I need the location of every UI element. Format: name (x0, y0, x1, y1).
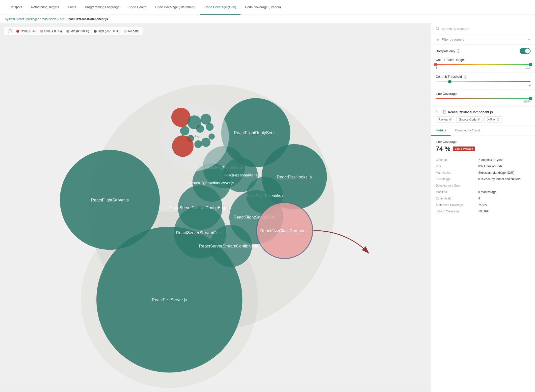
coverage-value-row: 74 % Low coverage (436, 145, 531, 153)
code-health-slider-track (436, 64, 531, 65)
bubble-18[interactable] (196, 125, 204, 133)
code-health-range-label: Code Health Range (436, 58, 531, 62)
metric-value: 7 commits / 1 year (478, 157, 531, 163)
bubble-22[interactable] (201, 138, 211, 147)
metrics-row: Modified0 months ago (436, 189, 531, 195)
metrics-row: Code Health4 (436, 195, 531, 202)
legend-low: Low (< 80 %) (40, 29, 62, 33)
metric-value: 4 (478, 195, 531, 202)
file-path: / ReactFizzClassComponent.js (436, 110, 531, 114)
legend-dot-low (40, 30, 43, 33)
bubble-label-0: ReactFizzServer.js (152, 297, 187, 302)
external-link-icon-3 (497, 118, 499, 121)
coverage-badge: Low coverage (453, 147, 475, 151)
nav-item-refactoring[interactable]: Refactoring Targets (27, 0, 63, 15)
svg-point-26 (194, 140, 202, 148)
line-coverage-thumb[interactable] (529, 97, 532, 100)
file-header: / ReactFizzClassComponent.js Review Sour… (431, 107, 535, 125)
info-icon[interactable]: i (8, 29, 12, 33)
bubble-11[interactable]: ReactFizzClassCompon... (257, 203, 312, 258)
bubble-1[interactable]: ReactFlightServer.js (60, 150, 160, 250)
legend-label-high: High (90-100 %) (98, 29, 119, 33)
metric-value: 100.0% (478, 208, 531, 215)
legend-label-mid: Mid (80-90 %) (71, 29, 89, 33)
nav-item-coverage-branch[interactable]: Code Coverage (Branch) (241, 0, 285, 15)
legend-dot-none (16, 30, 19, 33)
line-coverage-section: Line Coverage 100% (431, 90, 535, 107)
commit-threshold-value: 2 (529, 83, 531, 86)
search-placeholder: Search by filename (442, 27, 469, 31)
legend-nodata: No data (124, 29, 138, 33)
svg-point-21 (196, 125, 204, 133)
tab-complexity-trend[interactable]: Complexity Trend (451, 125, 484, 136)
legend-none: None (0 %) (16, 29, 36, 33)
metric-value: 74.0% (478, 202, 531, 208)
bubble-label-6: ReactFlightActionServer.js (189, 181, 234, 185)
metric-label: Size (436, 163, 478, 170)
bubble-label-2: ReactFlightReplyServ... (234, 130, 278, 135)
hotspots-toggle[interactable] (520, 48, 531, 54)
bubble-14[interactable] (171, 108, 191, 127)
legend-high: High (90-100 %) (94, 29, 119, 33)
bubble-23[interactable] (194, 140, 202, 148)
external-link-icon-2 (477, 118, 480, 121)
bubble-19[interactable] (206, 123, 214, 131)
coverage-value: 74 % (436, 145, 450, 153)
bubble-chart[interactable]: ReactFizzServer.jsReactFlightServer.jsRe… (0, 23, 431, 392)
code-health-slider-max-thumb[interactable] (529, 63, 532, 66)
search-box[interactable]: Search by filename (431, 23, 535, 34)
x-ray-button[interactable]: X-Ray (484, 116, 502, 123)
svg-point-24 (172, 135, 194, 157)
filter-label: Filter by owners (442, 38, 464, 41)
legend-label-none: None (0 %) (21, 29, 36, 33)
breadcrumb-react-server[interactable]: react-server (42, 17, 57, 21)
metrics-row: Commits7 commits / 1 year (436, 157, 531, 163)
breadcrumb-system[interactable]: System (5, 17, 15, 21)
bubble-21[interactable] (172, 135, 194, 157)
nav-item-coverage-line[interactable]: Code Coverage (Line) (200, 0, 241, 15)
commit-threshold-thumb[interactable] (448, 80, 452, 83)
svg-point-22 (206, 123, 214, 131)
hotspots-info-icon[interactable]: i (457, 49, 460, 53)
source-code-button[interactable]: Source Code (456, 116, 482, 123)
commit-threshold-info-icon[interactable]: i (464, 75, 467, 79)
legend-dot-high (94, 30, 97, 33)
metric-label: Branch Coverage (436, 208, 478, 215)
visualization-panel: i None (0 %) Low (< 80 %) Mid (80-90 %) … (0, 23, 431, 392)
nav-item-programming-language[interactable]: Programming Language (80, 0, 124, 15)
legend: i None (0 %) Low (< 80 %) Mid (80-90 %) … (4, 27, 143, 35)
metric-value: 637 Lines of Code (478, 163, 531, 170)
nav-item-coverage-statement[interactable]: Code Coverage (Statement) (151, 0, 200, 15)
external-link-icon (449, 118, 452, 121)
commit-threshold-label: Commit Threshold i (436, 75, 531, 79)
breadcrumb-src[interactable]: src (60, 17, 64, 21)
nav-item-costs[interactable]: Costs (63, 0, 80, 15)
breadcrumb-react[interactable]: react (17, 17, 24, 21)
filter-by-owners[interactable]: Filter by owners (431, 34, 535, 45)
commit-threshold-section: Commit Threshold i 2 (431, 73, 535, 90)
file-path-separator: / (441, 110, 441, 114)
file-icon (443, 110, 446, 114)
code-health-slider-min-thumb[interactable] (434, 63, 437, 66)
navigation-bar: Hotspots Refactoring Targets Costs Progr… (0, 0, 535, 15)
metric-label: Main Author (436, 170, 478, 176)
bubble-label-12: ReactServerStreamConfigNode.js (199, 244, 263, 248)
bubble-label-3: ReactFizzHooks.js (277, 175, 312, 179)
svg-rect-32 (436, 112, 439, 113)
breadcrumb: System / react / packages / react-server… (0, 15, 535, 23)
svg-line-30 (438, 29, 439, 30)
svg-point-20 (180, 126, 189, 135)
bubble-24[interactable] (209, 133, 215, 140)
tab-metrics[interactable]: Metrics (431, 125, 451, 136)
nav-item-hotspots[interactable]: Hotspots (5, 0, 27, 15)
bubble-13[interactable]: forks (160, 102, 229, 171)
breadcrumb-packages[interactable]: packages (27, 17, 39, 21)
nav-item-code-health[interactable]: Code Health (124, 0, 151, 15)
breadcrumb-icon (436, 110, 439, 114)
bubble-17[interactable] (180, 126, 189, 135)
legend-label-low: Low (< 80 %) (44, 29, 62, 33)
metrics-table: Commits7 commits / 1 yearSize637 Lines o… (436, 157, 531, 215)
review-button[interactable]: Review (436, 116, 454, 123)
bubble-16[interactable] (201, 114, 211, 124)
legend-label-nodata: No data (128, 29, 138, 33)
